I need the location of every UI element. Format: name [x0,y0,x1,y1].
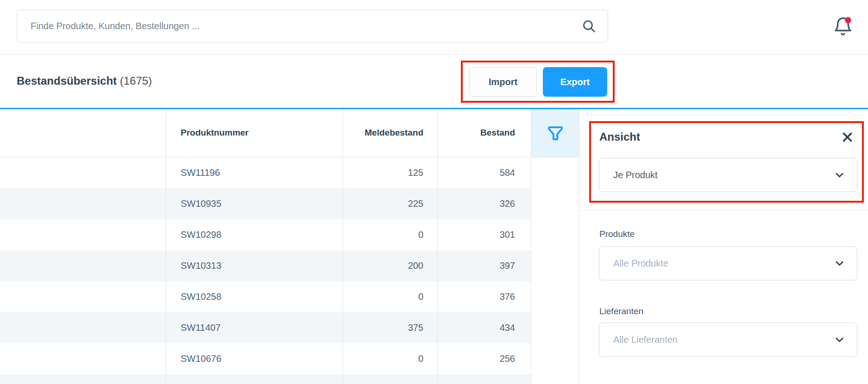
column-header-bestand[interactable]: Bestand [437,128,515,138]
column-header-produktnummer[interactable]: Produktnummer [181,128,249,138]
suppliers-select-placeholder: Alle Lieferanten [613,323,678,356]
table-row-partial [0,374,531,384]
chevron-down-icon [834,170,845,180]
page-title-count: (1675) [120,74,152,87]
products-label: Produkte [599,229,635,239]
products-select-placeholder: Alle Produkte [613,247,668,280]
chevron-down-icon [834,334,845,345]
view-select-value: Je Produkt [613,158,658,192]
inventory-overview-page: Finde Produkte, Kunden, Bestellungen ...… [0,0,868,384]
table-row[interactable]: SW10935 225 326 [0,188,531,219]
products-select[interactable]: Alle Produkte [599,246,857,280]
close-icon[interactable] [841,131,854,143]
cell-meldebestand: 225 [343,188,423,219]
sidebar-divider [580,210,868,211]
suppliers-label: Lieferanten [599,306,643,316]
cell-meldebestand: 0 [343,219,423,250]
topbar-divider [0,54,868,55]
filter-funnel-icon [546,124,565,143]
table-row[interactable]: SW11407 375 434 [0,312,531,343]
search-icon[interactable] [581,19,597,34]
column-header-meldebestand[interactable]: Meldebestand [343,128,423,138]
sidebar-left-border [579,109,579,384]
cell-bestand: 256 [437,343,515,374]
table-column-divider [437,109,438,384]
view-select[interactable]: Je Produkt [599,158,857,192]
cell-produktnummer: SW10935 [181,188,221,219]
cell-meldebestand: 0 [343,281,423,312]
cell-bestand: 301 [437,219,515,250]
notification-bell-button[interactable] [832,16,854,38]
cell-bestand: 326 [437,188,515,219]
table-column-divider [343,109,343,384]
header-accent-line [0,108,868,109]
sidebar-title: Ansicht [599,130,640,143]
cell-bestand: 434 [437,312,515,343]
cell-meldebestand: 0 [343,343,423,374]
cell-bestand: 397 [437,250,515,281]
page-title-text: Bestandsübersicht [17,74,117,87]
cell-meldebestand: 375 [343,312,423,343]
table-row[interactable]: SW10313 200 397 [0,250,531,281]
suppliers-select[interactable]: Alle Lieferanten [599,322,857,357]
chevron-down-icon [834,258,845,269]
cell-produktnummer: SW11407 [181,312,220,343]
table-row[interactable]: SW11196 125 584 [0,157,531,188]
table-column-divider [531,109,531,384]
cell-produktnummer: SW10298 [181,219,221,250]
table-header-border [0,157,579,157]
import-button[interactable]: Import [469,67,537,97]
table-row[interactable]: SW10676 0 256 [0,343,531,374]
cell-meldebestand: 200 [343,250,423,281]
cell-meldebestand: 125 [343,157,423,188]
table-row[interactable]: SW10258 0 376 [0,281,531,312]
cell-bestand: 584 [437,157,515,188]
table-row[interactable]: SW10298 0 301 [0,219,531,250]
export-button[interactable]: Export [543,67,607,97]
cell-produktnummer: SW10676 [181,343,221,374]
table-column-divider [166,109,166,384]
page-title: Bestandsübersicht (1675) [17,74,152,87]
search-placeholder: Finde Produkte, Kunden, Bestellungen ... [31,10,200,42]
notification-dot [845,17,851,24]
cell-produktnummer: SW11196 [181,157,220,188]
cell-produktnummer: SW10258 [181,281,221,312]
search-input[interactable]: Finde Produkte, Kunden, Bestellungen ... [17,10,608,43]
cell-bestand: 376 [437,281,515,312]
filter-column-header[interactable] [531,109,579,157]
cell-produktnummer: SW10313 [181,250,221,281]
